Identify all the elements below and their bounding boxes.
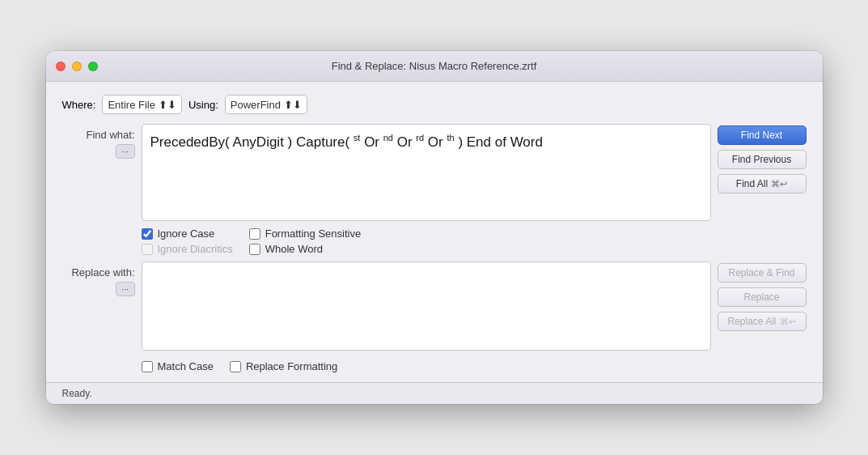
match-case-checkbox[interactable] [142,361,153,372]
dialog-content: Where: Entire File ⬆⬇ Using: PowerFind ⬆… [46,82,823,382]
find-row: Find what: ··· PrecededBy( AnyDigit ) Ca… [62,124,807,221]
main-window: Find & Replace: Nisus Macro Reference.zr… [46,51,823,404]
whole-word-label: Whole Word [265,243,323,255]
replace-button[interactable]: Replace [718,287,807,307]
replace-buttons-column: Replace & Find Replace Replace All ⌘↩ [718,262,807,331]
formatting-sensitive-label: Formatting Sensitive [265,228,362,240]
title-bar: Find & Replace: Nisus Macro Reference.zr… [46,51,823,82]
find-next-button[interactable]: Find Next [718,125,807,145]
find-text-area[interactable]: PrecededBy( AnyDigit ) Capture( st Or nd… [142,124,711,221]
replace-text-area[interactable] [142,262,711,351]
ignore-diacritics-checkbox[interactable] [142,244,153,255]
where-select[interactable]: Entire File ⬆⬇ [102,95,182,114]
where-dropdown-arrow: ⬆⬇ [159,99,176,111]
replace-label-group: Replace with: ··· [62,262,135,296]
replace-formatting-label: Replace Formatting [246,360,337,372]
replace-all-button[interactable]: Replace All ⌘↩ [718,312,807,331]
checkbox-group-left: Ignore Case Ignore Diacritics [142,228,233,255]
where-label: Where: [62,99,96,111]
traffic-lights [56,62,98,71]
window-title: Find & Replace: Nisus Macro Reference.zr… [332,60,537,72]
whole-word-checkbox[interactable] [249,244,260,255]
whole-word-item[interactable]: Whole Word [249,243,362,255]
match-case-label: Match Case [158,360,214,372]
replace-ellipsis-button[interactable]: ··· [116,282,135,296]
find-checkboxes-row: Ignore Case Ignore Diacritics Formatting… [62,228,807,255]
replace-find-button[interactable]: Replace & Find [718,263,807,283]
find-label-group: Find what: ··· [62,124,135,159]
using-label: Using: [188,99,218,111]
replace-formatting-item[interactable]: Replace Formatting [230,360,337,372]
minimize-button[interactable] [72,62,82,71]
find-previous-button[interactable]: Find Previous [718,150,807,169]
formatting-sensitive-item[interactable]: Formatting Sensitive [249,228,362,240]
ignore-case-item[interactable]: Ignore Case [142,228,233,240]
checkbox-group-right: Formatting Sensitive Whole Word [249,228,362,255]
ignore-case-checkbox[interactable] [142,228,153,240]
replace-all-shortcut-icon: ⌘↩ [780,317,796,327]
ignore-diacritics-label: Ignore Diacritics [158,243,233,255]
formatting-sensitive-checkbox[interactable] [249,228,260,240]
replace-label: Replace with: [71,266,134,279]
replace-checkboxes-row: Match Case Replace Formatting [62,360,807,372]
find-label: Find what: [87,129,135,141]
using-select[interactable]: PowerFind ⬆⬇ [225,95,307,114]
where-value: Entire File [108,99,155,111]
find-buttons-column: Find Next Find Previous Find All ⌘↩ [718,124,807,193]
replace-formatting-checkbox[interactable] [230,361,241,372]
ignore-case-label: Ignore Case [158,228,215,240]
find-ellipsis-button[interactable]: ··· [116,144,135,159]
close-button[interactable] [56,62,66,71]
find-all-button[interactable]: Find All ⌘↩ [718,174,807,193]
ignore-diacritics-item[interactable]: Ignore Diacritics [142,243,233,255]
using-value: PowerFind [231,99,281,111]
using-dropdown-arrow: ⬆⬇ [284,99,302,111]
find-all-shortcut-icon: ⌘↩ [771,179,787,189]
maximize-button[interactable] [88,62,98,71]
find-text-content: PrecededBy( AnyDigit ) Capture( st Or nd… [150,134,543,150]
match-case-item[interactable]: Match Case [142,360,214,372]
replace-row: Replace with: ··· Replace & Find Replace… [62,262,807,351]
status-text: Ready. [62,388,92,399]
status-bar: Ready. [46,382,823,404]
where-using-row: Where: Entire File ⬆⬇ Using: PowerFind ⬆… [62,95,807,114]
